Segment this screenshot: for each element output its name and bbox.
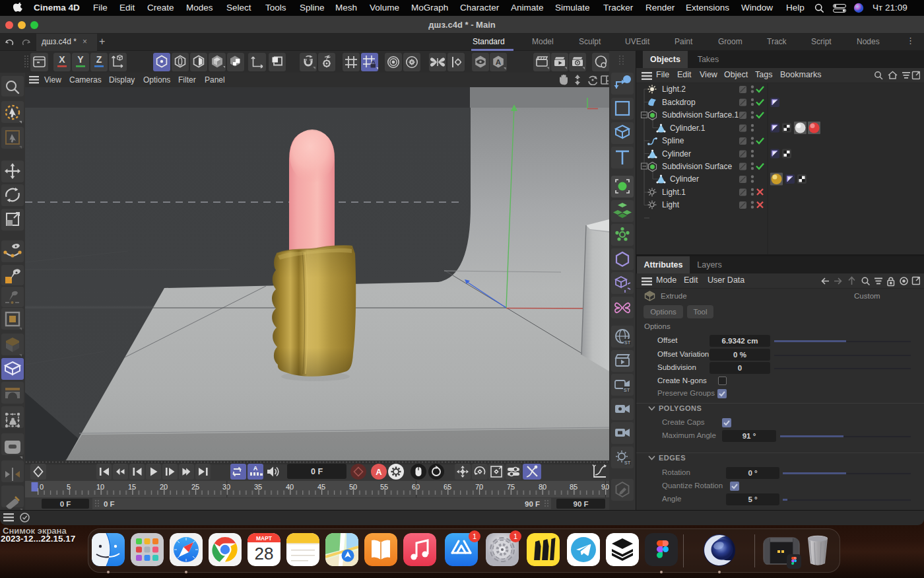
svg-text:0 F: 0 F (104, 500, 115, 508)
svg-text:90 F: 90 F (573, 500, 588, 508)
svg-text:A: A (496, 58, 501, 66)
svg-text:ST: ST (624, 340, 631, 345)
svg-text:Z: Z (96, 54, 102, 65)
svg-text:ST: ST (624, 460, 631, 466)
svg-text:ST: ST (624, 387, 630, 393)
svg-text:A: A (253, 465, 258, 472)
svg-text:90 F: 90 F (525, 500, 540, 508)
svg-text:Y: Y (77, 54, 84, 65)
svg-text:МАРТ: МАРТ (256, 535, 273, 542)
svg-text:0 F: 0 F (60, 500, 71, 508)
svg-text:X: X (59, 54, 65, 65)
svg-text:28: 28 (255, 544, 274, 563)
svg-text:A: A (376, 467, 382, 477)
svg-text:0 F: 0 F (311, 467, 323, 476)
